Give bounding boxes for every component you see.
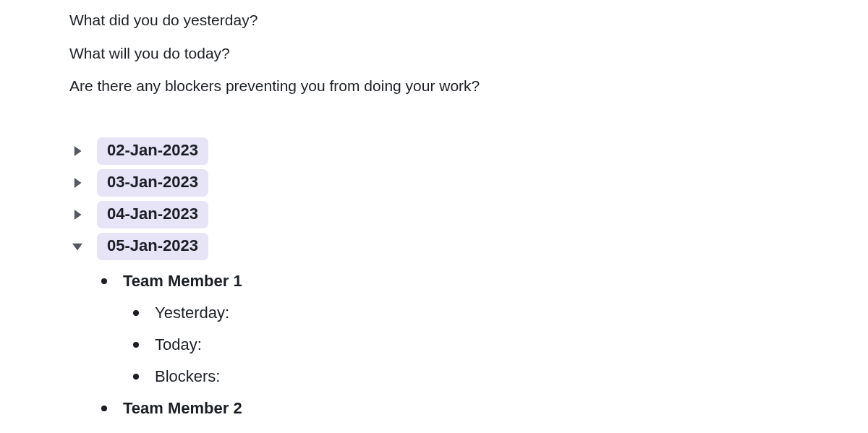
list-item[interactable]: Yesterday: xyxy=(133,297,868,329)
bullet-icon xyxy=(133,342,139,348)
svg-marker-3 xyxy=(72,243,82,250)
date-pill: 04-Jan-2023 xyxy=(97,201,208,228)
triangle-right-icon xyxy=(69,143,85,159)
standup-date-list: 02-Jan-2023 03-Jan-2023 04-Jan-2023 05-J… xyxy=(69,135,868,434)
prompt-blockers: Are there any blockers preventing you fr… xyxy=(69,74,868,98)
date-pill: 05-Jan-2023 xyxy=(97,233,208,260)
triangle-right-icon xyxy=(69,207,85,223)
bullet-icon xyxy=(101,406,107,411)
list-item[interactable]: Yesterday: xyxy=(133,424,868,434)
bullet-icon xyxy=(133,310,139,316)
triangle-down-icon xyxy=(69,239,85,254)
svg-marker-0 xyxy=(75,146,82,156)
prompt-today: What will you do today? xyxy=(69,42,868,65)
field-yesterday: Yesterday: xyxy=(155,304,229,322)
field-yesterday: Yesterday: xyxy=(155,431,229,434)
toggle-row-date-2[interactable]: 04-Jan-2023 xyxy=(69,199,868,231)
toggle-row-date-1[interactable]: 03-Jan-2023 xyxy=(69,167,868,199)
svg-marker-2 xyxy=(75,210,82,220)
field-blockers: Blockers: xyxy=(155,367,220,386)
team-member-name: Team Member 1 xyxy=(123,272,242,291)
triangle-right-icon xyxy=(69,175,85,191)
list-item[interactable]: Team Member 2 xyxy=(101,393,868,424)
list-item[interactable]: Today: xyxy=(133,329,868,361)
list-item[interactable]: Blockers: xyxy=(133,361,868,393)
toggle-row-date-0[interactable]: 02-Jan-2023 xyxy=(69,135,868,167)
date-pill: 03-Jan-2023 xyxy=(97,169,208,197)
bullet-icon xyxy=(101,278,107,284)
toggle-row-date-3[interactable]: 05-Jan-2023 xyxy=(69,231,868,262)
bullet-icon xyxy=(133,374,139,380)
svg-marker-1 xyxy=(75,178,82,188)
team-member-name: Team Member 2 xyxy=(123,399,242,418)
list-item[interactable]: Team Member 1 xyxy=(101,265,868,297)
date-pill: 02-Jan-2023 xyxy=(97,137,208,165)
field-today: Today: xyxy=(155,335,202,354)
prompt-yesterday: What did you do yesterday? xyxy=(69,9,868,32)
expanded-date-content: Team Member 1 Yesterday: Today: Blockers… xyxy=(101,265,868,434)
